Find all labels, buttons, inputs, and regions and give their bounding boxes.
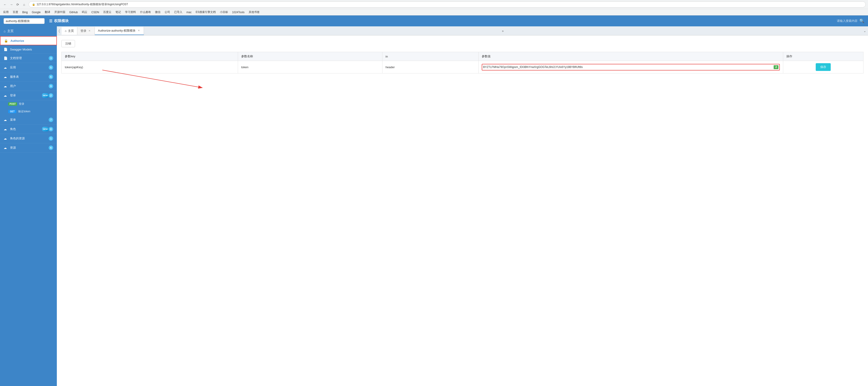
save-button[interactable]: 保存	[816, 63, 831, 71]
bookmark-learning[interactable]: 学习资料	[124, 10, 137, 14]
login-new-badge: NEW	[42, 93, 49, 98]
param-name-cell: token	[238, 61, 382, 73]
bookmark-es[interactable]: ES搜索引擎文档	[195, 10, 217, 14]
authorize-tab-close[interactable]: ✕	[137, 29, 141, 33]
apps-icon: ☁	[4, 66, 8, 69]
sidebar-item-apps[interactable]: ☁ 应用 5	[0, 63, 57, 72]
apps-badge: 5	[49, 65, 53, 70]
param-action-cell: 保存	[783, 61, 864, 73]
sidebar-item-doc-mgmt[interactable]: 📄 文档管理 3	[0, 54, 57, 63]
url-text: 127.0.0.1:8760/api/gate/doc.html#/author…	[37, 2, 128, 6]
bookmark-mac[interactable]: mac	[186, 10, 192, 14]
login-tab-label: 登录	[81, 29, 86, 33]
params-table: 参数key 参数名称 in 参数值 操作 token(apiKey) token…	[61, 52, 864, 73]
sidebar-item-resources[interactable]: ☁ 资源 6	[0, 143, 57, 153]
lock-sidebar-icon: 🔒	[4, 39, 9, 42]
translate-badge[interactable]: 译	[774, 65, 778, 69]
bookmark-imported[interactable]: 已导入	[173, 10, 183, 14]
login-icon: ☁	[4, 94, 8, 97]
users-badge: 9	[49, 84, 53, 89]
bookmark-apps[interactable]: 应用	[2, 10, 9, 14]
bookmark-1024tools[interactable]: 1024Tools	[231, 10, 246, 14]
login-badge: 2	[49, 93, 53, 98]
back-button[interactable]: ←	[2, 2, 8, 7]
sidebar-item-role-resources[interactable]: ☁ 角色的资源 1	[0, 134, 57, 143]
home-icon: ⌂	[4, 29, 5, 33]
search-button[interactable]: 🔍	[859, 19, 864, 24]
param-in-cell: header	[382, 61, 478, 73]
bookmark-company[interactable]: 公司	[164, 10, 171, 14]
tab-login[interactable]: 登录 ✕	[77, 27, 95, 35]
services-label: 服务表	[10, 75, 49, 79]
home-tab-icon: ⌂	[65, 29, 67, 33]
token-input[interactable]	[483, 65, 772, 69]
sidebar-item-services[interactable]: ☁ 服务表 6	[0, 72, 57, 82]
apps-label: 应用	[10, 65, 49, 70]
login-label: 登录	[10, 93, 42, 98]
tab-collapse-button[interactable]: ⌄	[862, 29, 868, 33]
sidebar-item-menu[interactable]: ☁ 菜单 7	[0, 115, 57, 125]
bookmark-bing[interactable]: Bing	[21, 10, 29, 14]
authorize-label: Authorize	[10, 39, 53, 42]
authorize-btn-container: 注销	[61, 40, 864, 47]
roles-badge: 8	[49, 127, 53, 131]
post-method-badge: POST	[8, 102, 17, 106]
table-row: token(apiKey) token header 译 保存	[62, 61, 864, 73]
tab-expand-button[interactable]: »	[500, 29, 506, 33]
search-placeholder-text: 请输入搜索内容	[837, 19, 858, 23]
bookmark-goals[interactable]: 小目标	[219, 10, 229, 14]
browser-chrome: ← → ⟳ ⌂ 🔒 127.0.0.1:8760/api/gate/doc.ht…	[0, 0, 868, 15]
resources-label: 资源	[10, 146, 49, 150]
menu-badge: 7	[49, 118, 53, 122]
bookmark-opensource[interactable]: 开源中国	[54, 10, 66, 14]
menu-icon: ☁	[4, 118, 8, 122]
sidebar-home-label: 主页	[7, 29, 13, 33]
app-container: authority-权限模块 ☰ 权限模块 请输入搜索内容 🔍 ⌂ 主页 🔒 A…	[0, 15, 868, 386]
col-header-value: 参数值	[478, 52, 783, 61]
bookmark-wechat[interactable]: 微信	[154, 10, 161, 14]
sidebar-item-users[interactable]: ☁ 用户 9	[0, 82, 57, 91]
bookmark-gitee[interactable]: 码云	[81, 10, 88, 14]
tab-home[interactable]: ⌂ 主页	[62, 27, 77, 35]
users-label: 用户	[10, 84, 49, 88]
roles-label: 角色	[10, 127, 42, 131]
sidebar-home[interactable]: ⌂ 主页	[0, 26, 57, 36]
login-tab-close[interactable]: ✕	[88, 29, 91, 33]
services-icon: ☁	[4, 75, 8, 79]
sidebar-sub-get-token[interactable]: GET 验证token	[0, 108, 57, 115]
bookmark-baidu[interactable]: 百度	[12, 10, 19, 14]
sidebar-sub-post-login[interactable]: POST 登录	[0, 100, 57, 108]
bookmark-github[interactable]: GitHub	[68, 10, 79, 14]
bookmark-notes[interactable]: 笔记	[115, 10, 122, 14]
address-bar[interactable]: 🔒 127.0.0.1:8760/api/gate/doc.html#/auth…	[29, 1, 866, 7]
resources-badge: 6	[49, 146, 53, 150]
sidebar-item-authorize[interactable]: 🔒 Authorize	[0, 36, 57, 45]
content-area: 〈 ⌂ 主页 登录 ✕ Authorize-authority-权限模块 ✕ »…	[57, 26, 868, 386]
roles-new-badge: NEW	[42, 127, 49, 131]
sidebar-item-roles[interactable]: ☁ 角色 NEW 8	[0, 125, 57, 134]
bookmark-google[interactable]: Google	[31, 10, 41, 14]
bookmark-baiduyun[interactable]: 百度云	[102, 10, 112, 14]
bookmark-others[interactable]: 其他书签	[248, 10, 260, 14]
header-title: ☰ 权限模块	[49, 19, 69, 24]
tab-authorize[interactable]: Authorize-authority-权限模块 ✕	[95, 27, 144, 35]
bookmark-csdn[interactable]: CSDN	[91, 10, 100, 14]
home-tab-label: 主页	[68, 29, 74, 33]
tab-prev-button[interactable]: 〈	[57, 29, 62, 33]
cancel-button[interactable]: 注销	[61, 40, 75, 47]
resources-icon: ☁	[4, 146, 8, 150]
home-nav-button[interactable]: ⌂	[21, 2, 27, 7]
module-select[interactable]: authority-权限模块	[4, 18, 44, 24]
bookmark-translate[interactable]: 翻译	[44, 10, 51, 14]
bookmark-anything[interactable]: 什么都有	[139, 10, 152, 14]
services-badge: 6	[49, 74, 53, 79]
forward-button[interactable]: →	[9, 2, 14, 7]
get-token-label: 验证token	[18, 109, 30, 114]
doc-mgmt-label: 文档管理	[10, 56, 49, 60]
lock-icon: 🔒	[32, 3, 35, 6]
main-layout: ⌂ 主页 🔒 Authorize 📄 Swagger Models 📄 文档管理…	[0, 26, 868, 386]
sidebar-item-swagger-models[interactable]: 📄 Swagger Models	[0, 45, 57, 54]
sidebar-item-login[interactable]: ☁ 登录 NEW 2	[0, 91, 57, 100]
param-value-cell: 译	[478, 61, 783, 73]
refresh-button[interactable]: ⟳	[15, 2, 21, 7]
